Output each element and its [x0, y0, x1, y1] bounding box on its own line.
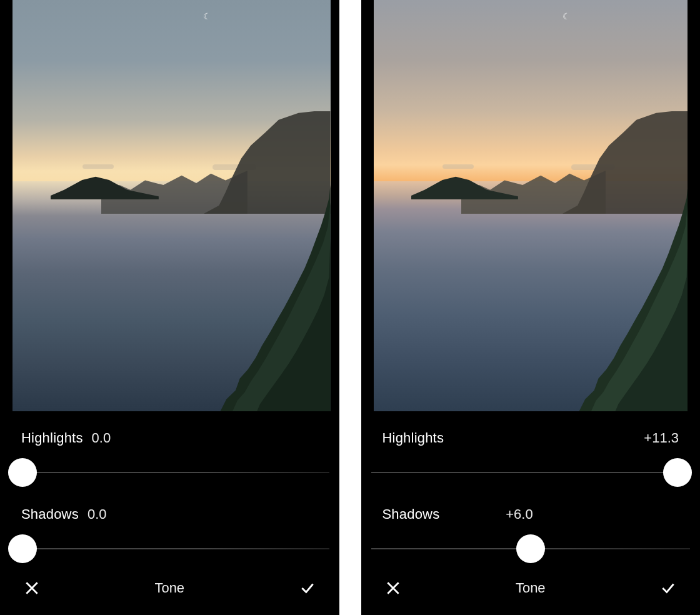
preview-scene: ☾ — [12, 0, 331, 411]
cancel-button[interactable] — [22, 579, 41, 598]
moon-icon: ☾ — [562, 11, 571, 21]
controls-area: Highlights 0.0 Shadows 0.0 Tone — [0, 411, 339, 615]
preview-scene: ☾ — [374, 0, 688, 411]
image-preview: ☾ — [374, 0, 688, 411]
shadows-slider-group: Shadows +6.0 — [371, 506, 691, 564]
highlights-slider-group: Highlights 0.0 — [10, 430, 329, 488]
highlights-slider[interactable] — [10, 458, 329, 488]
editor-panel-after: ☾ Highlights — [361, 0, 701, 615]
shadows-slider[interactable] — [371, 534, 691, 564]
shadows-value: 0.0 — [88, 506, 107, 522]
panel-title: Tone — [516, 580, 546, 596]
image-preview: ☾ — [12, 0, 331, 411]
highlights-slider-group: Highlights +11.3 — [371, 430, 691, 488]
panel-title: Tone — [154, 580, 184, 596]
slider-track-line — [10, 472, 329, 473]
slider-handle[interactable] — [8, 458, 37, 487]
check-icon — [299, 580, 316, 596]
highlights-label: Highlights — [382, 430, 444, 446]
highlights-label: Highlights — [21, 430, 83, 446]
shadows-slider-group: Shadows 0.0 — [10, 506, 329, 564]
highlights-value: +11.3 — [644, 430, 679, 446]
close-icon — [24, 580, 40, 596]
slider-handle[interactable] — [8, 534, 37, 563]
bottom-bar: Tone — [10, 564, 329, 615]
bottom-bar: Tone — [371, 564, 691, 615]
shadows-label: Shadows — [382, 506, 440, 522]
slider-handle[interactable] — [663, 458, 692, 487]
moon-icon: ☾ — [203, 11, 211, 21]
slider-track-line — [10, 549, 329, 549]
shadows-label: Shadows — [21, 506, 79, 522]
confirm-button[interactable] — [659, 579, 678, 598]
forest-shape — [12, 185, 331, 411]
editor-panel-before: ☾ Highlights — [0, 0, 339, 615]
shadows-value: +6.0 — [506, 506, 532, 522]
confirm-button[interactable] — [298, 579, 317, 598]
slider-handle[interactable] — [516, 534, 545, 563]
close-icon — [385, 580, 401, 596]
highlights-slider[interactable] — [371, 458, 691, 488]
check-icon — [660, 580, 676, 596]
slider-track-line — [371, 472, 691, 473]
highlights-value: 0.0 — [92, 430, 111, 446]
controls-area: Highlights +11.3 Shadows +6.0 Tone — [361, 411, 701, 615]
forest-shape — [374, 185, 688, 411]
cancel-button[interactable] — [384, 579, 402, 598]
shadows-slider[interactable] — [10, 534, 329, 564]
